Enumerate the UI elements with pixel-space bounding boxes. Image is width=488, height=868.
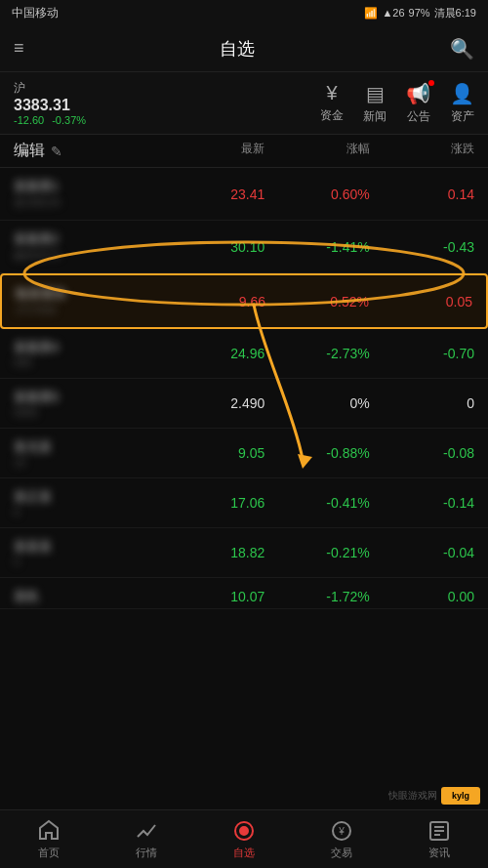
stock-price: 30.10 xyxy=(160,239,264,255)
stock-price: 9.05 xyxy=(160,445,264,461)
page-title: 自选 xyxy=(220,37,255,61)
stock-name: 某机 xyxy=(14,588,160,605)
funds-label: 资金 xyxy=(320,107,344,124)
bottom-navigation: 首页 行情 自选 ¥ 交易 资讯 xyxy=(0,809,488,868)
stock-name-area: 某机 xyxy=(14,588,160,605)
nav-item-交易[interactable]: ¥ 交易 xyxy=(293,810,390,868)
stock-price: 23.41 xyxy=(160,186,264,202)
stock-code: 6 xyxy=(14,506,160,517)
stock-change-pct: 0.60% xyxy=(264,186,369,202)
edit-area: 编辑 ✎ xyxy=(14,141,160,161)
announcement-icon: 📢 xyxy=(406,82,430,105)
stock-name-area: 某股票1 某338234 xyxy=(14,178,160,210)
news-icon: ▤ xyxy=(366,82,385,105)
search-icon[interactable]: 🔍 xyxy=(450,37,474,61)
stock-code: 某338234 xyxy=(14,195,160,210)
stock-code: 10 xyxy=(14,456,160,468)
stock-row[interactable]: 某尤某 10 9.05 -0.88% -0.08 xyxy=(0,429,488,478)
nav-news[interactable]: ▤ 新闻 xyxy=(363,82,386,125)
nav-announcement[interactable]: 📢 公告 xyxy=(406,82,430,125)
stock-row[interactable]: 某股票2 融002074 30.10 -1.41% -0.43 xyxy=(0,221,488,273)
market-index[interactable]: 沪 3383.31 -12.60 -0.37% xyxy=(14,80,86,126)
index-change2: -0.37% xyxy=(52,114,86,126)
stock-price: 24.96 xyxy=(160,346,264,361)
stock-code: 0 xyxy=(14,556,160,567)
stock-row[interactable]: 某某某 0 18.82 -0.21% -0.04 xyxy=(0,528,488,578)
nav-icon-资讯 xyxy=(427,819,451,843)
stock-price: 17.06 xyxy=(160,495,264,511)
nav-label-首页: 首页 xyxy=(38,846,60,860)
stock-change-val: -0.70 xyxy=(370,346,474,361)
nav-item-自选[interactable]: 自选 xyxy=(195,810,293,868)
nav-icon-自选 xyxy=(232,819,256,843)
stock-change-pct: -0.88% xyxy=(264,445,369,461)
stock-price: 2.490 xyxy=(160,395,264,411)
nav-funds[interactable]: ¥ 资金 xyxy=(320,82,344,125)
stock-change-pct: -1.41% xyxy=(264,239,369,255)
stock-price: 10.07 xyxy=(160,589,264,604)
stock-row[interactable]: 某股票4 008 24.96 -2.73% -0.70 xyxy=(0,329,488,379)
stock-change-val: -0.08 xyxy=(370,445,474,461)
nav-item-首页[interactable]: 首页 xyxy=(0,810,98,868)
status-icons: 📶 ▲26 97% 清晨6:19 xyxy=(364,6,476,21)
news-label: 新闻 xyxy=(363,108,386,125)
stock-name-area: 某股票5 5000 xyxy=(14,389,160,418)
stock-name: 某股票2 xyxy=(14,230,160,248)
stock-change-val: 0.05 xyxy=(369,294,472,310)
quick-nav: ¥ 资金 ▤ 新闻 📢 公告 👤 资产 xyxy=(320,82,474,125)
stock-code: 沪27836 xyxy=(16,303,162,317)
menu-icon[interactable]: ≡ xyxy=(14,38,24,59)
stock-name-area: 某尤某 10 xyxy=(14,438,160,468)
stock-row[interactable]: 某正某 6 17.06 -0.41% -0.14 xyxy=(0,478,488,528)
stock-row[interactable]: 某股票1 某338234 23.41 0.60% 0.14 xyxy=(0,168,488,221)
stock-change-pct: -0.41% xyxy=(264,495,369,511)
announcement-label: 公告 xyxy=(407,108,430,125)
stock-name: 隐某股份 xyxy=(16,285,162,303)
app-header: ≡ 自选 🔍 xyxy=(0,25,488,72)
stock-name-area: 某股票2 融002074 xyxy=(14,230,160,263)
funds-icon: ¥ xyxy=(326,82,337,104)
stock-name-area: 隐某股份 沪27836 xyxy=(16,285,162,317)
stock-name-area: 某正某 6 xyxy=(14,488,160,517)
stock-change-val: -0.43 xyxy=(370,239,474,255)
nav-label-自选: 自选 xyxy=(233,846,255,860)
market-overview-bar: 沪 3383.31 -12.60 -0.37% ¥ 资金 ▤ 新闻 📢 公告 👤… xyxy=(0,72,488,135)
svg-text:¥: ¥ xyxy=(338,826,345,837)
stock-name: 某某某 xyxy=(14,538,160,556)
nav-label-资讯: 资讯 xyxy=(428,846,450,860)
stock-change-pct: 0% xyxy=(264,395,369,411)
stock-name: 某正某 xyxy=(14,488,160,506)
status-bar: 中国移动 📶 ▲26 97% 清晨6:19 xyxy=(0,0,488,25)
edit-icon[interactable]: ✎ xyxy=(51,144,62,159)
index-change1: -12.60 xyxy=(14,114,44,126)
announcement-dot xyxy=(428,80,434,86)
assets-label: 资产 xyxy=(451,108,474,125)
stock-list: 某股票1 某338234 23.41 0.60% 0.14 某股票2 融0020… xyxy=(0,168,488,609)
stock-change-val: 0.14 xyxy=(370,186,474,202)
nav-item-资讯[interactable]: 资讯 xyxy=(390,810,488,868)
nav-assets[interactable]: 👤 资产 xyxy=(450,82,474,125)
edit-label[interactable]: 编辑 xyxy=(14,141,45,161)
stock-price: 9.66 xyxy=(162,294,265,310)
stock-code: 008 xyxy=(14,356,160,368)
watermark: 快眼游戏网 kylg xyxy=(388,787,480,805)
stock-row[interactable]: 某机 10.07 -1.72% 0.00 xyxy=(0,578,488,609)
stock-change-val: 0 xyxy=(370,395,474,411)
stock-name-area: 某股票4 008 xyxy=(14,339,160,368)
nav-item-行情[interactable]: 行情 xyxy=(98,810,195,868)
stock-change-pct: -2.73% xyxy=(264,346,369,361)
time-label: 清晨6:19 xyxy=(434,6,476,21)
stock-code: 融002074 xyxy=(14,248,160,263)
col-latest-header: 最新 xyxy=(160,141,264,161)
stock-row[interactable]: 隐某股份 沪27836 9.66 0.52% 0.05 xyxy=(0,273,488,329)
signal-bars: ▲26 xyxy=(382,7,404,19)
assets-icon: 👤 xyxy=(450,82,474,105)
stock-name: 某尤某 xyxy=(14,438,160,456)
svg-point-1 xyxy=(240,827,248,835)
nav-icon-行情 xyxy=(135,819,158,843)
nav-label-交易: 交易 xyxy=(331,846,352,860)
stock-row[interactable]: 某股票5 5000 2.490 0% 0 xyxy=(0,379,488,429)
stock-change-val: 0.00 xyxy=(370,589,474,604)
col-change-pct-header: 涨幅 xyxy=(264,141,369,161)
nav-icon-交易: ¥ xyxy=(330,819,353,843)
